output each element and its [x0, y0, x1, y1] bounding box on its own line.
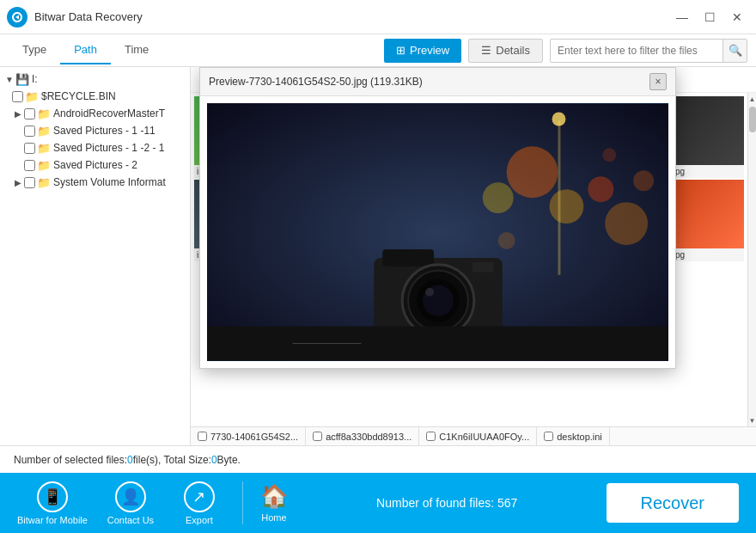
- svg-point-6: [633, 170, 654, 191]
- found-files-text: Number of found files: 567: [305, 496, 589, 510]
- home-icon: 🏠: [260, 483, 288, 510]
- tree-label-saved2: Saved Pictures - 1 -2 - 1: [53, 142, 164, 154]
- tab-path[interactable]: Path: [60, 36, 111, 64]
- details-button[interactable]: ☰ Details: [468, 39, 543, 63]
- contact-icon: 👤: [115, 481, 146, 512]
- camera-scene-svg: [207, 103, 668, 361]
- svg-point-1: [507, 146, 558, 198]
- svg-rect-18: [472, 262, 494, 273]
- contact-label: Contact Us: [107, 515, 154, 525]
- tab-time[interactable]: Time: [111, 36, 162, 64]
- svg-point-10: [552, 113, 566, 126]
- modal-body: [200, 96, 675, 368]
- status-files-count: 0: [127, 454, 133, 466]
- app-logo: [7, 7, 27, 28]
- tree-item-saved1[interactable]: 📁 Saved Pictures - 1 -11: [0, 122, 190, 139]
- search-input[interactable]: [551, 45, 722, 57]
- status-size-unit: Byte: [217, 454, 238, 466]
- svg-point-3: [588, 176, 613, 202]
- svg-rect-9: [558, 120, 560, 274]
- search-icon[interactable]: 🔍: [722, 39, 747, 63]
- folder-icon-sysvolinfo: 📁: [37, 176, 51, 188]
- home-label: Home: [261, 512, 286, 523]
- export-icon: ↗: [184, 481, 215, 512]
- logo-icon: [10, 10, 24, 24]
- tree-item-recycle[interactable]: 📁 $RECYCLE.BIN: [0, 88, 190, 105]
- tree-item-root[interactable]: ▼ 💾 I:: [0, 70, 190, 88]
- preview-modal: Preview-7730-14061G54S2-50.jpg (119.31KB…: [199, 67, 676, 369]
- tree-item-saved2[interactable]: 📁 Saved Pictures - 1 -2 - 1: [0, 139, 190, 156]
- tree-item-sysvolinfo[interactable]: ▶ 📁 System Volume Informat: [0, 174, 190, 191]
- tree-checkbox-sysvolinfo[interactable]: [24, 177, 35, 188]
- tab-bar: Type Path Time ⊞ Preview ☰ Details 🔍: [0, 34, 756, 67]
- svg-point-17: [425, 288, 434, 297]
- home-action[interactable]: 🏠 Home: [260, 483, 288, 523]
- status-prefix: Number of selected files:: [14, 454, 127, 466]
- drive-icon: 💾: [15, 73, 29, 85]
- status-suffix: .: [238, 454, 241, 466]
- tree-checkbox-saved2[interactable]: [24, 143, 35, 154]
- tree-checkbox-recycle[interactable]: [12, 91, 23, 102]
- mobile-label: Bitwar for Mobile: [17, 515, 88, 525]
- tree-checkbox-saved3[interactable]: [24, 160, 35, 171]
- export-label: Export: [186, 515, 213, 525]
- status-size-value: 0: [211, 454, 217, 466]
- tree-label-recycle: $RECYCLE.BIN: [41, 90, 116, 102]
- minimize-button[interactable]: —: [670, 5, 694, 29]
- toolbar-right: ⊞ Preview ☰ Details 🔍: [384, 39, 747, 63]
- status-bar: Number of selected files: 0 file(s) , To…: [0, 445, 756, 473]
- preview-button[interactable]: ⊞ Preview: [384, 39, 461, 63]
- recover-button[interactable]: Recover: [607, 483, 739, 523]
- tree-label-android: AndroidRecoverMasterT: [53, 107, 165, 119]
- preview-image: [207, 103, 668, 361]
- file-tree-sidebar: ▼ 💾 I: 📁 $RECYCLE.BIN ▶ 📁 AndroidRecover…: [0, 67, 191, 445]
- mobile-action[interactable]: 📱 Bitwar for Mobile: [17, 481, 88, 525]
- tree-label-saved3: Saved Pictures - 2: [53, 159, 137, 171]
- content-area: Select All img_001.jpg img_002.jpg img_0…: [191, 67, 756, 445]
- tree-checkbox-saved1[interactable]: [24, 126, 35, 137]
- tab-type[interactable]: Type: [9, 36, 60, 64]
- maximize-button[interactable]: ☐: [698, 5, 722, 29]
- tree-toggle-android[interactable]: ▶: [12, 107, 24, 119]
- main-content: ▼ 💾 I: 📁 $RECYCLE.BIN ▶ 📁 AndroidRecover…: [0, 67, 756, 445]
- modal-close-button[interactable]: ×: [649, 73, 667, 90]
- svg-point-7: [498, 232, 515, 249]
- modal-overlay: Preview-7730-14061G54S2-50.jpg (119.31KB…: [191, 67, 756, 445]
- tree-toggle-root[interactable]: ▼: [3, 73, 15, 85]
- tree-label-sysvolinfo: System Volume Informat: [53, 176, 166, 188]
- svg-rect-12: [382, 249, 434, 266]
- modal-header: Preview-7730-14061G54S2-50.jpg (119.31KB…: [200, 68, 675, 96]
- svg-point-2: [550, 189, 584, 224]
- tree-label-saved1: Saved Pictures - 1 -11: [53, 125, 155, 137]
- bottom-divider: [242, 481, 243, 524]
- status-separator: , Total Size:: [158, 454, 211, 466]
- svg-point-8: [602, 148, 616, 162]
- mobile-icon: 📱: [37, 481, 68, 512]
- app-title: Bitwar Data Recovery: [34, 10, 670, 23]
- window-controls: — ☐ ✕: [670, 5, 749, 29]
- tree-label-root: I:: [32, 73, 38, 85]
- contact-action[interactable]: 👤 Contact Us: [105, 481, 156, 525]
- tree-item-android[interactable]: ▶ 📁 AndroidRecoverMasterT: [0, 105, 190, 122]
- title-bar: Bitwar Data Recovery — ☐ ✕: [0, 0, 756, 34]
- folder-icon-saved1: 📁: [37, 125, 51, 137]
- tree-toggle-sysvolinfo[interactable]: ▶: [12, 176, 24, 188]
- svg-point-4: [605, 202, 648, 245]
- close-button[interactable]: ✕: [725, 5, 749, 29]
- folder-icon-android: 📁: [37, 107, 51, 119]
- search-box: 🔍: [550, 39, 747, 63]
- folder-icon-saved3: 📁: [37, 159, 51, 171]
- folder-icon-recycle: 📁: [25, 90, 39, 102]
- svg-point-5: [483, 182, 514, 213]
- grid-icon: ⊞: [396, 44, 405, 57]
- tree-checkbox-android[interactable]: [24, 108, 35, 119]
- svg-rect-22: [207, 327, 668, 361]
- status-files-unit: file(s): [133, 454, 158, 466]
- modal-title: Preview-7730-14061G54S2-50.jpg (119.31KB…: [209, 76, 423, 88]
- folder-icon-saved2: 📁: [37, 142, 51, 154]
- export-action[interactable]: ↗ Export: [174, 481, 225, 525]
- tree-item-saved3[interactable]: 📁 Saved Pictures - 2: [0, 156, 190, 174]
- list-icon: ☰: [481, 44, 491, 57]
- bottom-bar: 📱 Bitwar for Mobile 👤 Contact Us ↗ Expor…: [0, 473, 756, 533]
